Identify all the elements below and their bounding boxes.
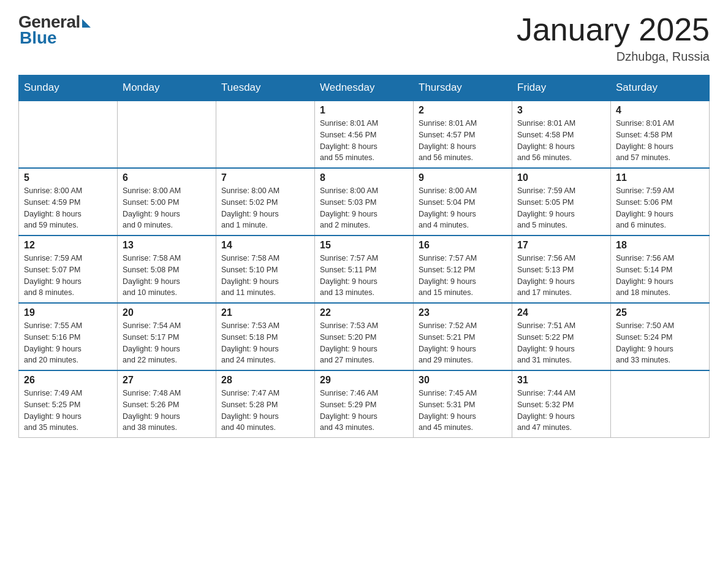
calendar-cell: 7Sunrise: 8:00 AMSunset: 5:02 PMDaylight… <box>216 168 315 236</box>
day-info: Sunrise: 8:00 AMSunset: 4:59 PMDaylight:… <box>24 185 112 231</box>
day-info: Sunrise: 7:59 AMSunset: 5:05 PMDaylight:… <box>517 185 605 231</box>
day-number: 21 <box>221 307 309 318</box>
calendar-cell: 31Sunrise: 7:44 AMSunset: 5:32 PMDayligh… <box>512 370 611 438</box>
day-info: Sunrise: 7:59 AMSunset: 5:06 PMDaylight:… <box>616 185 704 231</box>
day-info: Sunrise: 7:46 AMSunset: 5:29 PMDaylight:… <box>320 388 408 434</box>
day-number: 7 <box>221 172 309 183</box>
page-header: General Blue January 2025 Dzhubga, Russi… <box>18 12 710 64</box>
day-number: 17 <box>517 240 605 251</box>
calendar-cell: 5Sunrise: 8:00 AMSunset: 4:59 PMDaylight… <box>19 168 118 236</box>
weekday-header-tuesday: Tuesday <box>216 75 315 101</box>
day-number: 31 <box>517 375 605 386</box>
calendar-cell: 15Sunrise: 7:57 AMSunset: 5:11 PMDayligh… <box>315 236 414 303</box>
day-number: 9 <box>419 172 507 183</box>
week-row-1: 1Sunrise: 8:01 AMSunset: 4:56 PMDaylight… <box>19 101 710 168</box>
week-row-3: 12Sunrise: 7:59 AMSunset: 5:07 PMDayligh… <box>19 236 710 303</box>
day-info: Sunrise: 7:48 AMSunset: 5:26 PMDaylight:… <box>123 388 211 434</box>
calendar-cell: 22Sunrise: 7:53 AMSunset: 5:20 PMDayligh… <box>315 303 414 370</box>
calendar-cell: 10Sunrise: 7:59 AMSunset: 5:05 PMDayligh… <box>512 168 611 236</box>
day-info: Sunrise: 7:47 AMSunset: 5:28 PMDaylight:… <box>221 388 309 434</box>
day-info: Sunrise: 7:52 AMSunset: 5:21 PMDaylight:… <box>419 320 507 366</box>
day-info: Sunrise: 7:59 AMSunset: 5:07 PMDaylight:… <box>24 253 112 299</box>
day-info: Sunrise: 8:01 AMSunset: 4:56 PMDaylight:… <box>320 118 408 164</box>
day-number: 8 <box>320 172 408 183</box>
day-number: 6 <box>123 172 211 183</box>
day-info: Sunrise: 7:56 AMSunset: 5:14 PMDaylight:… <box>616 253 704 299</box>
calendar-cell: 23Sunrise: 7:52 AMSunset: 5:21 PMDayligh… <box>414 303 512 370</box>
day-number: 5 <box>24 172 112 183</box>
calendar-cell: 19Sunrise: 7:55 AMSunset: 5:16 PMDayligh… <box>19 303 118 370</box>
calendar-cell: 1Sunrise: 8:01 AMSunset: 4:56 PMDaylight… <box>315 101 414 168</box>
calendar-cell: 26Sunrise: 7:49 AMSunset: 5:25 PMDayligh… <box>19 370 118 438</box>
week-row-4: 19Sunrise: 7:55 AMSunset: 5:16 PMDayligh… <box>19 303 710 370</box>
calendar-cell: 9Sunrise: 8:00 AMSunset: 5:04 PMDaylight… <box>414 168 512 236</box>
day-info: Sunrise: 7:45 AMSunset: 5:31 PMDaylight:… <box>419 388 507 434</box>
day-info: Sunrise: 8:01 AMSunset: 4:57 PMDaylight:… <box>419 118 507 164</box>
day-number: 19 <box>24 307 112 318</box>
calendar-cell: 8Sunrise: 8:00 AMSunset: 5:03 PMDaylight… <box>315 168 414 236</box>
logo-blue-text: Blue <box>20 28 57 48</box>
day-info: Sunrise: 7:49 AMSunset: 5:25 PMDaylight:… <box>24 388 112 434</box>
day-number: 25 <box>616 307 704 318</box>
calendar-cell: 24Sunrise: 7:51 AMSunset: 5:22 PMDayligh… <box>512 303 611 370</box>
day-number: 23 <box>419 307 507 318</box>
calendar-cell <box>19 101 118 168</box>
weekday-header-friday: Friday <box>512 75 611 101</box>
day-number: 30 <box>419 375 507 386</box>
day-info: Sunrise: 8:00 AMSunset: 5:04 PMDaylight:… <box>419 185 507 231</box>
weekday-header-wednesday: Wednesday <box>315 75 414 101</box>
calendar-cell: 30Sunrise: 7:45 AMSunset: 5:31 PMDayligh… <box>414 370 512 438</box>
day-number: 24 <box>517 307 605 318</box>
day-number: 2 <box>419 105 507 116</box>
day-number: 3 <box>517 105 605 116</box>
day-number: 28 <box>221 375 309 386</box>
calendar-cell: 13Sunrise: 7:58 AMSunset: 5:08 PMDayligh… <box>118 236 216 303</box>
calendar-table: SundayMondayTuesdayWednesdayThursdayFrid… <box>18 75 710 438</box>
day-info: Sunrise: 7:55 AMSunset: 5:16 PMDaylight:… <box>24 320 112 366</box>
calendar-cell: 3Sunrise: 8:01 AMSunset: 4:58 PMDaylight… <box>512 101 611 168</box>
calendar-cell: 16Sunrise: 7:57 AMSunset: 5:12 PMDayligh… <box>414 236 512 303</box>
calendar-cell <box>216 101 315 168</box>
calendar-cell: 28Sunrise: 7:47 AMSunset: 5:28 PMDayligh… <box>216 370 315 438</box>
calendar-cell: 12Sunrise: 7:59 AMSunset: 5:07 PMDayligh… <box>19 236 118 303</box>
day-info: Sunrise: 7:53 AMSunset: 5:20 PMDaylight:… <box>320 320 408 366</box>
calendar-cell: 18Sunrise: 7:56 AMSunset: 5:14 PMDayligh… <box>611 236 710 303</box>
day-info: Sunrise: 7:57 AMSunset: 5:11 PMDaylight:… <box>320 253 408 299</box>
day-info: Sunrise: 8:01 AMSunset: 4:58 PMDaylight:… <box>517 118 605 164</box>
calendar-cell: 27Sunrise: 7:48 AMSunset: 5:26 PMDayligh… <box>118 370 216 438</box>
weekday-header-row: SundayMondayTuesdayWednesdayThursdayFrid… <box>19 75 710 101</box>
title-section: January 2025 Dzhubga, Russia <box>517 12 710 64</box>
day-number: 14 <box>221 240 309 251</box>
week-row-2: 5Sunrise: 8:00 AMSunset: 4:59 PMDaylight… <box>19 168 710 236</box>
day-number: 16 <box>419 240 507 251</box>
calendar-cell <box>611 370 710 438</box>
location-text: Dzhubga, Russia <box>517 50 710 64</box>
day-info: Sunrise: 8:00 AMSunset: 5:03 PMDaylight:… <box>320 185 408 231</box>
day-info: Sunrise: 7:51 AMSunset: 5:22 PMDaylight:… <box>517 320 605 366</box>
day-info: Sunrise: 8:01 AMSunset: 4:58 PMDaylight:… <box>616 118 704 164</box>
day-info: Sunrise: 7:44 AMSunset: 5:32 PMDaylight:… <box>517 388 605 434</box>
day-number: 20 <box>123 307 211 318</box>
day-number: 27 <box>123 375 211 386</box>
calendar-cell: 21Sunrise: 7:53 AMSunset: 5:18 PMDayligh… <box>216 303 315 370</box>
day-info: Sunrise: 7:56 AMSunset: 5:13 PMDaylight:… <box>517 253 605 299</box>
calendar-cell: 2Sunrise: 8:01 AMSunset: 4:57 PMDaylight… <box>414 101 512 168</box>
calendar-cell: 11Sunrise: 7:59 AMSunset: 5:06 PMDayligh… <box>611 168 710 236</box>
day-info: Sunrise: 7:57 AMSunset: 5:12 PMDaylight:… <box>419 253 507 299</box>
day-info: Sunrise: 7:58 AMSunset: 5:08 PMDaylight:… <box>123 253 211 299</box>
day-number: 4 <box>616 105 704 116</box>
calendar-cell: 25Sunrise: 7:50 AMSunset: 5:24 PMDayligh… <box>611 303 710 370</box>
day-info: Sunrise: 8:00 AMSunset: 5:00 PMDaylight:… <box>123 185 211 231</box>
weekday-header-thursday: Thursday <box>414 75 512 101</box>
weekday-header-monday: Monday <box>118 75 216 101</box>
logo-arrow-icon <box>82 19 91 28</box>
day-info: Sunrise: 7:58 AMSunset: 5:10 PMDaylight:… <box>221 253 309 299</box>
calendar-cell: 20Sunrise: 7:54 AMSunset: 5:17 PMDayligh… <box>118 303 216 370</box>
day-number: 10 <box>517 172 605 183</box>
month-title: January 2025 <box>517 12 710 47</box>
day-number: 13 <box>123 240 211 251</box>
calendar-cell <box>118 101 216 168</box>
day-number: 22 <box>320 307 408 318</box>
day-info: Sunrise: 8:00 AMSunset: 5:02 PMDaylight:… <box>221 185 309 231</box>
day-number: 26 <box>24 375 112 386</box>
